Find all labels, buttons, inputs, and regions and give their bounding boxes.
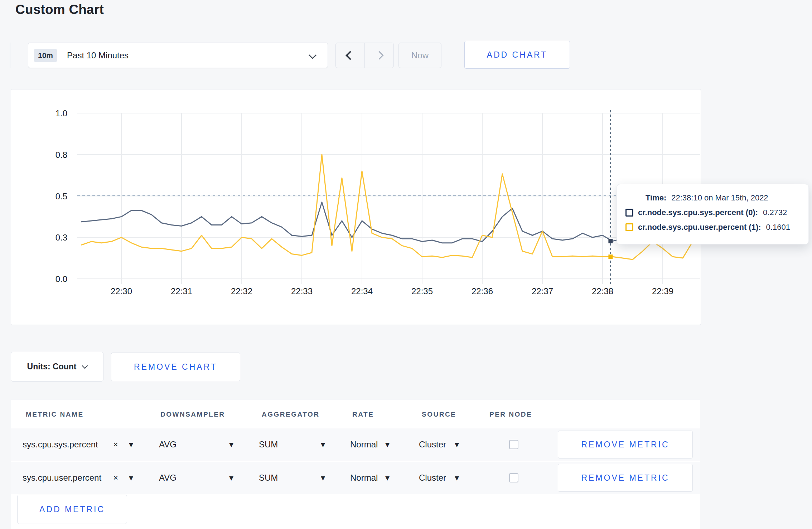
time-range-select[interactable]: 10m Past 10 Minutes <box>28 43 328 68</box>
chevron-down-icon[interactable]: ▾ <box>229 440 233 450</box>
chevron-left-icon <box>345 51 354 60</box>
chevron-down-icon <box>82 363 88 369</box>
chevron-down-icon[interactable]: ▾ <box>455 473 459 483</box>
downsampler-select[interactable]: AVG <box>159 473 177 483</box>
aggregator-select[interactable]: SUM <box>259 473 278 483</box>
chevron-down-icon[interactable]: ▾ <box>385 473 390 483</box>
col-header-aggregator: AGGREGATOR <box>262 411 320 418</box>
clear-metric-icon[interactable]: × <box>113 440 118 450</box>
source-select[interactable]: Cluster <box>419 473 446 483</box>
add-metric-button[interactable]: ADD METRIC <box>17 495 127 524</box>
svg-text:22:31: 22:31 <box>171 286 192 296</box>
chevron-down-icon[interactable]: ▾ <box>129 473 133 483</box>
svg-text:22:36: 22:36 <box>472 286 493 296</box>
svg-text:22:37: 22:37 <box>532 286 553 296</box>
chevron-down-icon[interactable]: ▾ <box>129 440 133 450</box>
per-node-checkbox[interactable] <box>509 440 518 449</box>
chevron-down-icon[interactable]: ▾ <box>455 440 459 450</box>
units-select[interactable]: Units: Count <box>11 352 103 382</box>
svg-text:0.8: 0.8 <box>55 150 67 160</box>
tooltip-series-sys-label: cr.node.sys.cpu.sys.percent (0): <box>638 208 758 217</box>
clear-metric-icon[interactable]: × <box>113 473 118 483</box>
downsampler-select[interactable]: AVG <box>159 440 177 450</box>
tooltip-series-sys-value: 0.2732 <box>763 208 787 217</box>
rate-select[interactable]: Normal <box>350 440 378 450</box>
chart-plot[interactable]: 22:3022:3122:3222:3322:3422:3522:3622:37… <box>11 89 701 325</box>
chart-card: 22:3022:3122:3222:3322:3422:3522:3622:37… <box>11 89 701 325</box>
remove-chart-button[interactable]: REMOVE CHART <box>111 353 240 381</box>
now-button[interactable]: Now <box>398 43 441 68</box>
tooltip-series-user-value: 0.1601 <box>766 223 790 232</box>
col-header-metric-name: METRIC NAME <box>26 411 84 418</box>
time-range-label: Past 10 Minutes <box>67 50 129 60</box>
svg-text:22:32: 22:32 <box>231 286 252 296</box>
chevron-down-icon[interactable]: ▾ <box>385 440 390 450</box>
remove-metric-button[interactable]: REMOVE METRIC <box>558 464 693 492</box>
col-header-downsampler: DOWNSAMPLER <box>160 411 225 418</box>
col-header-rate: RATE <box>352 411 374 418</box>
svg-text:22:30: 22:30 <box>111 286 132 296</box>
controls-divider <box>10 43 10 68</box>
svg-text:22:39: 22:39 <box>652 286 673 296</box>
chevron-down-icon[interactable]: ▾ <box>229 473 233 483</box>
chevron-right-icon <box>375 51 383 59</box>
chart-tooltip: Time: 22:38:10 on Mar 15th, 2022 cr.node… <box>617 184 809 244</box>
source-select[interactable]: Cluster <box>419 440 446 450</box>
metric-name-select[interactable]: sys.cpu.sys.percent <box>23 440 98 450</box>
chevron-down-icon <box>309 51 317 59</box>
series-user-swatch-icon <box>625 223 633 231</box>
page-title: Custom Chart <box>15 2 104 17</box>
time-forward-button[interactable] <box>364 43 393 68</box>
chevron-down-icon[interactable]: ▾ <box>321 440 325 450</box>
col-header-per-node: PER NODE <box>489 411 532 418</box>
svg-text:22:35: 22:35 <box>411 286 433 296</box>
svg-text:1.0: 1.0 <box>55 108 67 118</box>
remove-metric-button[interactable]: REMOVE METRIC <box>558 431 693 458</box>
svg-text:22:34: 22:34 <box>351 286 373 296</box>
metrics-table: METRIC NAME DOWNSAMPLER AGGREGATOR RATE … <box>11 400 700 529</box>
tooltip-time-label: Time: <box>646 193 666 203</box>
series-sys-swatch-icon <box>625 209 633 217</box>
time-range-badge: 10m <box>34 49 57 62</box>
aggregator-select[interactable]: SUM <box>259 440 278 450</box>
metric-name-select[interactable]: sys.cpu.user.percent <box>23 473 101 483</box>
svg-text:0.0: 0.0 <box>55 274 67 284</box>
svg-text:22:38: 22:38 <box>592 286 613 296</box>
add-chart-button[interactable]: ADD CHART <box>464 41 570 69</box>
col-header-source: SOURCE <box>422 411 456 418</box>
table-row: sys.cpu.sys.percent × ▾ AVG ▾ SUM ▾ Norm… <box>11 428 700 462</box>
svg-text:0.3: 0.3 <box>55 233 67 242</box>
svg-text:22:33: 22:33 <box>291 286 313 296</box>
tooltip-time-value: 22:38:10 on Mar 15th, 2022 <box>671 193 768 203</box>
custom-chart-page: Custom Chart 10m Past 10 Minutes Now ADD… <box>0 0 812 529</box>
time-nav-group <box>335 43 394 68</box>
table-row: sys.cpu.user.percent × ▾ AVG ▾ SUM ▾ Nor… <box>11 462 700 495</box>
rate-select[interactable]: Normal <box>350 473 378 483</box>
per-node-checkbox[interactable] <box>509 473 518 482</box>
chevron-down-icon[interactable]: ▾ <box>321 473 325 483</box>
svg-text:0.5: 0.5 <box>55 191 67 201</box>
time-back-button[interactable] <box>336 43 364 68</box>
units-label: Units: Count <box>27 362 77 372</box>
tooltip-series-user-label: cr.node.sys.cpu.user.percent (1): <box>638 223 761 232</box>
